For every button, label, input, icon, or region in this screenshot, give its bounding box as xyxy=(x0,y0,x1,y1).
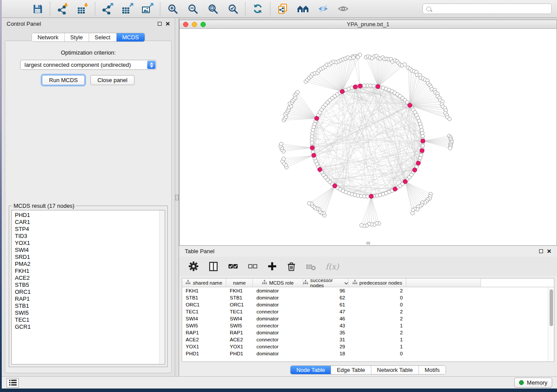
close-table-panel-icon[interactable]: × xyxy=(547,248,551,254)
zoom-selected-button[interactable] xyxy=(226,2,239,15)
table-row[interactable]: ACE2ACE2connector311 xyxy=(182,336,548,343)
show-all-button[interactable] xyxy=(336,2,349,15)
network-canvas[interactable] xyxy=(180,29,557,245)
minimize-window-icon[interactable] xyxy=(192,22,197,27)
canvas-resize-handle[interactable] xyxy=(367,242,370,244)
cell-shared-name: ORC1 xyxy=(182,302,226,307)
cell-shared-name: YOX1 xyxy=(182,344,226,349)
table-row[interactable]: SWI4SWI4dominator462 xyxy=(182,315,548,322)
tab-mcds[interactable]: MCDS xyxy=(117,33,145,41)
column-header-shared-name[interactable]: shared name xyxy=(182,279,226,287)
mcds-list-scrollbar[interactable] xyxy=(159,210,165,364)
cell-shared-name: SWI4 xyxy=(182,316,226,321)
import-network-button[interactable] xyxy=(56,2,69,15)
table-row[interactable]: STB1STB1dominator620 xyxy=(182,294,548,301)
hide-selected-button[interactable] xyxy=(316,2,329,15)
table-row[interactable]: PHD1PHD1dominator180 xyxy=(182,350,548,357)
show-columns-button[interactable] xyxy=(208,261,218,272)
mcds-result-item[interactable]: GCR1 xyxy=(15,323,162,330)
column-header-name[interactable]: name xyxy=(226,279,253,287)
float-panel-icon[interactable] xyxy=(158,22,162,26)
tab-node-table[interactable]: Node Table xyxy=(291,366,331,374)
deselect-all-rows-button[interactable] xyxy=(248,261,258,271)
column-header-successor-nodes[interactable]: successor nodes xyxy=(303,279,349,287)
zoom-out-button[interactable] xyxy=(186,2,199,15)
mcds-result-item[interactable]: PMA2 xyxy=(15,261,162,268)
delete-column-button[interactable] xyxy=(287,261,296,272)
mcds-result-item[interactable]: YOX1 xyxy=(15,240,162,247)
table-panel-title: Table Panel xyxy=(185,248,214,254)
table-settings-button[interactable] xyxy=(188,261,199,272)
export-network-button[interactable] xyxy=(101,2,114,15)
table-row[interactable]: YOX1YOX1connector291 xyxy=(182,343,548,350)
search-field[interactable] xyxy=(422,3,552,14)
run-mcds-button[interactable]: Run MCDS xyxy=(42,75,85,85)
panel-splitter[interactable] xyxy=(175,18,179,376)
cell-role: connector xyxy=(253,344,303,349)
cell-role: dominator xyxy=(253,288,303,293)
cell-role: connector xyxy=(253,323,303,328)
table-row[interactable]: ORC1ORC1dominator610 xyxy=(182,301,548,308)
table-row[interactable]: TEC1TEC1connector472 xyxy=(182,308,548,315)
mcds-result-item[interactable]: CAR1 xyxy=(15,219,162,226)
table-row[interactable]: SWI5SWI5connector431 xyxy=(182,322,548,329)
tab-motifs[interactable]: Motifs xyxy=(419,366,446,374)
mcds-result-item[interactable]: SRD1 xyxy=(15,254,162,261)
node-table-body[interactable]: FKH1FKH1dominator962STB1STB1dominator620… xyxy=(182,287,548,361)
export-table-button[interactable] xyxy=(121,2,134,15)
table-scrollbar-thumb[interactable] xyxy=(550,289,553,326)
mcds-result-item[interactable]: STB5 xyxy=(15,282,162,289)
desktop: Control Panel × NetworkStyleSelectMCDS O… xyxy=(0,0,557,392)
memory-button[interactable]: Memory xyxy=(514,378,552,388)
panel-menu-button[interactable] xyxy=(7,378,19,388)
mcds-result-listbox[interactable]: PHD1CAR1STP4TID3YOX1SWI4SRD1PMA2FKH1ACE2… xyxy=(11,210,165,364)
save-session-button[interactable] xyxy=(31,2,44,15)
column-header-predecessor-nodes[interactable]: predecessor nodes xyxy=(349,279,406,287)
search-input[interactable] xyxy=(434,6,548,12)
control-panel-title: Control Panel xyxy=(7,21,41,27)
mcds-result-item[interactable]: PHD1 xyxy=(15,212,162,219)
tab-network[interactable]: Network xyxy=(32,33,65,41)
mcds-result-item[interactable]: TID3 xyxy=(15,233,162,240)
cell-name: YOX1 xyxy=(226,344,253,349)
tab-network-table[interactable]: Network Table xyxy=(371,366,419,374)
mcds-result-item[interactable]: RAP1 xyxy=(15,296,162,303)
optimization-criterion-select[interactable]: largest connected component (undirected) xyxy=(20,60,156,70)
first-neighbors-button[interactable] xyxy=(296,2,309,15)
close-panel-icon[interactable]: × xyxy=(166,21,170,27)
mcds-result-item[interactable]: ORC1 xyxy=(15,289,162,296)
duplicate-network-button[interactable] xyxy=(276,2,289,15)
close-panel-button[interactable]: Close panel xyxy=(90,75,135,85)
table-row[interactable]: FKH1FKH1dominator962 xyxy=(182,287,548,294)
select-all-rows-button[interactable] xyxy=(228,261,238,271)
add-column-button[interactable] xyxy=(267,261,277,271)
splitter-handle-icon[interactable] xyxy=(175,195,179,200)
mcds-result-item[interactable]: SWI5 xyxy=(15,309,162,316)
tab-style[interactable]: Style xyxy=(65,33,89,41)
maximize-window-icon[interactable] xyxy=(201,22,206,27)
import-table-button[interactable] xyxy=(76,2,89,15)
table-scrollbar[interactable] xyxy=(548,287,554,361)
cell-shared-name: TEC1 xyxy=(182,309,226,314)
tab-select[interactable]: Select xyxy=(89,33,117,41)
mcds-result-item[interactable]: STB1 xyxy=(15,303,162,309)
mcds-result-item[interactable]: STP4 xyxy=(15,226,162,233)
tab-edge-table[interactable]: Edge Table xyxy=(331,366,371,374)
mcds-result-item[interactable]: SWI4 xyxy=(15,247,162,254)
mcds-result-item[interactable]: FKH1 xyxy=(15,268,162,275)
table-row[interactable]: RAP1RAP1dominator352 xyxy=(182,329,548,336)
network-window-titlebar[interactable]: YPA_prune.txt_1 xyxy=(180,20,557,29)
cell-predecessors: 2 xyxy=(349,330,406,335)
zoom-fit-button[interactable] xyxy=(206,2,219,15)
column-header-MCDS-role[interactable]: MCDS role xyxy=(253,279,303,287)
mcds-result-item[interactable]: TEC1 xyxy=(15,316,162,323)
control-panel-tabs: NetworkStyleSelectMCDS xyxy=(31,33,145,42)
close-window-icon[interactable] xyxy=(183,22,188,27)
float-table-panel-icon[interactable] xyxy=(539,249,543,253)
cell-name: FKH1 xyxy=(226,288,253,293)
export-image-button[interactable] xyxy=(141,2,154,15)
zoom-in-button[interactable] xyxy=(166,2,179,15)
refresh-view-button[interactable] xyxy=(251,2,264,15)
mcds-result-item[interactable]: ACE2 xyxy=(15,275,162,282)
open-file-button[interactable] xyxy=(11,2,24,15)
